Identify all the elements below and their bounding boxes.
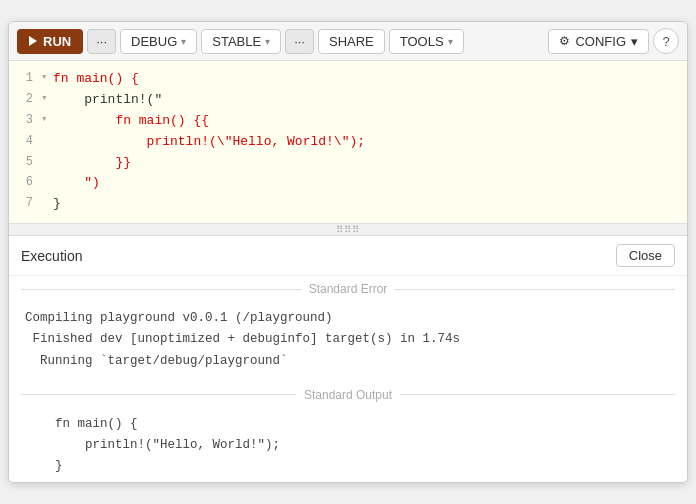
execution-title: Execution	[21, 248, 82, 264]
line-num-7: 7	[13, 194, 41, 213]
close-button[interactable]: Close	[616, 244, 675, 267]
tools-chevron-icon: ▾	[448, 36, 453, 47]
line-code-6: ")	[53, 173, 100, 194]
help-button[interactable]: ?	[653, 28, 679, 54]
execution-header: Execution Close	[9, 236, 687, 276]
play-icon	[29, 36, 37, 46]
line-code-7: }	[53, 194, 61, 215]
code-line-4: 4 println!(\"Hello, World!\");	[9, 132, 687, 153]
line-num-1: 1	[13, 69, 41, 88]
more-button[interactable]: ···	[87, 29, 116, 54]
line-code-3: fn main() {{	[53, 111, 209, 132]
app-container: RUN ··· DEBUG ▾ STABLE ▾ ··· SHARE TOOLS…	[8, 21, 688, 482]
share-button[interactable]: SHARE	[318, 29, 385, 54]
stderr-output: Compiling playground v0.0.1 (/playground…	[9, 302, 687, 382]
stable-label: STABLE	[212, 34, 261, 49]
stderr-label: Standard Error	[9, 276, 687, 302]
stable-chevron-icon: ▾	[265, 36, 270, 47]
config-chevron-icon: ▾	[631, 34, 638, 49]
execution-panel: Execution Close Standard Error Compiling…	[9, 236, 687, 482]
stable-button[interactable]: STABLE ▾	[201, 29, 281, 54]
tools-label: TOOLS	[400, 34, 444, 49]
debug-chevron-icon: ▾	[181, 36, 186, 47]
code-line-6: 6 ")	[9, 173, 687, 194]
run-button[interactable]: RUN	[17, 29, 83, 54]
config-button[interactable]: ⚙ CONFIG ▾	[548, 29, 649, 54]
toolbar: RUN ··· DEBUG ▾ STABLE ▾ ··· SHARE TOOLS…	[9, 22, 687, 61]
line-code-5: }}	[53, 153, 131, 174]
gear-icon: ⚙	[559, 34, 570, 48]
tools-button[interactable]: TOOLS ▾	[389, 29, 464, 54]
fold-2: ▾	[41, 90, 53, 108]
fold-1: ▾	[41, 69, 53, 87]
run-label: RUN	[43, 34, 71, 49]
code-line-1: 1 ▾ fn main() {	[9, 69, 687, 90]
line-code-4: println!(\"Hello, World!\");	[53, 132, 365, 153]
code-line-7: 7 }	[9, 194, 687, 215]
config-label: CONFIG	[575, 34, 626, 49]
debug-label: DEBUG	[131, 34, 177, 49]
line-num-6: 6	[13, 173, 41, 192]
fold-3: ▾	[41, 111, 53, 129]
stable-more-button[interactable]: ···	[285, 29, 314, 54]
line-num-3: 3	[13, 111, 41, 130]
code-line-2: 2 ▾ println!("	[9, 90, 687, 111]
line-num-4: 4	[13, 132, 41, 151]
line-code-1: fn main() {	[53, 69, 139, 90]
code-line-5: 5 }}	[9, 153, 687, 174]
code-line-3: 3 ▾ fn main() {{	[9, 111, 687, 132]
line-code-2: println!("	[53, 90, 162, 111]
line-num-2: 2	[13, 90, 41, 109]
stdout-output: fn main() { println!("Hello, World!"); }	[9, 408, 687, 482]
debug-button[interactable]: DEBUG ▾	[120, 29, 197, 54]
code-editor[interactable]: 1 ▾ fn main() { 2 ▾ println!(" 3 ▾ fn ma…	[9, 61, 687, 224]
line-num-5: 5	[13, 153, 41, 172]
drag-handle[interactable]: ⠿⠿⠿	[9, 224, 687, 236]
stdout-label: Standard Output	[9, 382, 687, 408]
